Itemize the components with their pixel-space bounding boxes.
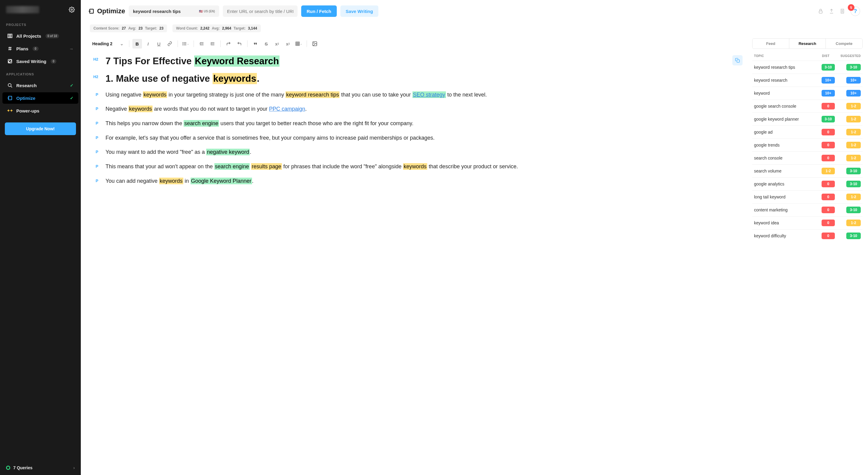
svg-rect-1: [8, 34, 9, 38]
gear-icon[interactable]: [69, 7, 75, 13]
save-writing-button[interactable]: Save Writing: [340, 5, 379, 17]
topic-row[interactable]: google search console 0 1-2: [752, 99, 863, 113]
svg-point-23: [183, 42, 183, 42]
run-fetch-button[interactable]: Run / Fetch: [301, 5, 337, 17]
sidebar: PROJECTS All Projects 0 of 10 Plans 0 → …: [0, 0, 81, 475]
topic-name: search volume: [754, 169, 819, 173]
indent-button[interactable]: [208, 39, 217, 49]
sidebar-item-powerups[interactable]: ✦✦ Power-ups: [2, 105, 79, 116]
badge: 0: [51, 59, 57, 64]
applications-section-label: APPLICATIONS: [0, 67, 81, 79]
paragraph: For example, let's say that you offer a …: [105, 133, 435, 143]
superscript-button[interactable]: x2: [283, 39, 293, 49]
heading-select[interactable]: Heading 2⌄: [90, 40, 126, 48]
lock-icon[interactable]: [818, 8, 824, 14]
topic-row[interactable]: keyword 10+ 10+: [752, 87, 863, 99]
topic-row[interactable]: google trends 0 1-2: [752, 139, 863, 151]
topic-name: google search console: [754, 104, 819, 109]
svg-rect-32: [296, 42, 299, 46]
tab-feed[interactable]: Feed: [752, 39, 789, 49]
topic-row[interactable]: keyword research 10+ 10+: [752, 73, 863, 87]
queries-dot-icon: [6, 466, 10, 470]
topic-row[interactable]: content marketing 0 3-10: [752, 203, 863, 216]
sidebar-footer[interactable]: 7 Queries ›: [0, 461, 81, 475]
tab-research[interactable]: Research: [789, 39, 826, 49]
suggested-pill: 1-2: [846, 116, 861, 122]
notification-badge: 5: [848, 4, 855, 11]
word-count-stats: Word Count:2,242 Avg:2,964 Target:3,144: [173, 24, 261, 32]
upgrade-button[interactable]: Upgrade Now!: [5, 122, 76, 135]
optimize-icon: [7, 95, 13, 101]
topic-name: google ad: [754, 130, 819, 135]
sidebar-item-research[interactable]: Research ✓: [2, 80, 79, 91]
topic-row[interactable]: keyword idea 0 1-2: [752, 216, 863, 229]
svg-point-0: [71, 9, 73, 10]
dist-pill: 0: [822, 129, 835, 136]
line-tag-h2: H2: [90, 55, 98, 61]
copy-button[interactable]: [732, 55, 743, 65]
help-button[interactable]: ? 5: [850, 6, 860, 16]
line-tag-p: P: [90, 133, 98, 140]
quote-button[interactable]: [251, 39, 260, 49]
dist-pill: 10+: [822, 90, 835, 96]
topic-row[interactable]: google analytics 0 3-10: [752, 177, 863, 190]
undo-button[interactable]: [235, 39, 244, 49]
bold-button[interactable]: B: [132, 39, 142, 49]
underline-button[interactable]: U: [154, 39, 164, 49]
redo-button[interactable]: [224, 39, 234, 49]
document-icon[interactable]: [840, 8, 845, 14]
projects-section-label: PROJECTS: [0, 18, 81, 30]
tab-compete[interactable]: Compete: [826, 39, 862, 49]
url-input[interactable]: [223, 5, 298, 17]
topic-name: keyword research tips: [754, 65, 819, 70]
image-button[interactable]: [310, 39, 319, 49]
strikethrough-button[interactable]: S: [261, 39, 271, 49]
line-tag-h2: H2: [90, 73, 98, 79]
nav-label: Optimize: [16, 96, 35, 101]
topic-row[interactable]: keyword difficulty 0 3-10: [752, 229, 863, 242]
svg-rect-2: [9, 34, 10, 38]
sidebar-item-plans[interactable]: Plans 0 →: [2, 43, 79, 54]
topic-name: keyword: [754, 91, 819, 96]
dist-pill: 0: [822, 181, 835, 187]
italic-button[interactable]: I: [143, 39, 153, 49]
link-button[interactable]: [165, 39, 175, 49]
topbar: Optimize keyword research tips 🇺🇸 US (EN…: [81, 0, 868, 23]
sidebar-item-saved-writing[interactable]: Saved Writing 0: [2, 56, 79, 67]
keyword-input[interactable]: keyword research tips 🇺🇸 US (EN): [129, 5, 219, 17]
columns-icon: [7, 33, 13, 39]
stats-row: Content Score:27 Avg:23 Target:23 Word C…: [81, 23, 868, 32]
badge: 0 of 10: [45, 34, 59, 38]
suggested-pill: 10+: [846, 90, 861, 96]
topic-row[interactable]: long tail keyword 0 1-2: [752, 190, 863, 203]
topic-row[interactable]: search console 0 1-2: [752, 151, 863, 165]
topic-row[interactable]: google keyword planner 3-10 1-2: [752, 113, 863, 125]
sidebar-item-optimize[interactable]: Optimize ✓: [2, 92, 79, 104]
topic-name: content marketing: [754, 207, 819, 212]
check-icon: ✓: [70, 83, 73, 88]
export-icon[interactable]: [829, 8, 834, 14]
bullet-list-button[interactable]: ⌄: [181, 39, 190, 49]
suggested-pill: 1-2: [846, 155, 861, 161]
topic-name: long tail keyword: [754, 195, 819, 199]
dist-pill: 0: [822, 155, 835, 161]
suggested-pill: 3-10: [846, 168, 861, 174]
topic-row[interactable]: keyword research tips 3-10 3-10: [752, 61, 863, 73]
sidebar-item-all-projects[interactable]: All Projects 0 of 10: [2, 30, 79, 41]
suggested-pill: 10+: [846, 77, 861, 84]
content-score-stats: Content Score:27 Avg:23 Target:23: [90, 24, 167, 32]
subscript-button[interactable]: x2: [272, 39, 282, 49]
editor-content[interactable]: H2 7 Tips For Effective Keyword Research…: [90, 51, 743, 185]
topic-row[interactable]: google ad 0 1-2: [752, 125, 863, 139]
table-button[interactable]: ⌄: [294, 39, 304, 49]
sparkle-icon: ✦✦: [7, 108, 13, 113]
line-tag-p: P: [90, 177, 98, 183]
chevron-right-icon: ›: [73, 465, 75, 470]
dist-pill: 0: [822, 207, 835, 213]
paragraph: This means that your ad won't appear on …: [105, 162, 518, 171]
locale-selector[interactable]: 🇺🇸 US (EN): [199, 10, 215, 13]
topic-row[interactable]: search volume 1-2 3-10: [752, 165, 863, 177]
dist-pill: 0: [822, 142, 835, 148]
ppc-link[interactable]: PPC campaign: [269, 106, 305, 112]
outdent-button[interactable]: [197, 39, 207, 49]
